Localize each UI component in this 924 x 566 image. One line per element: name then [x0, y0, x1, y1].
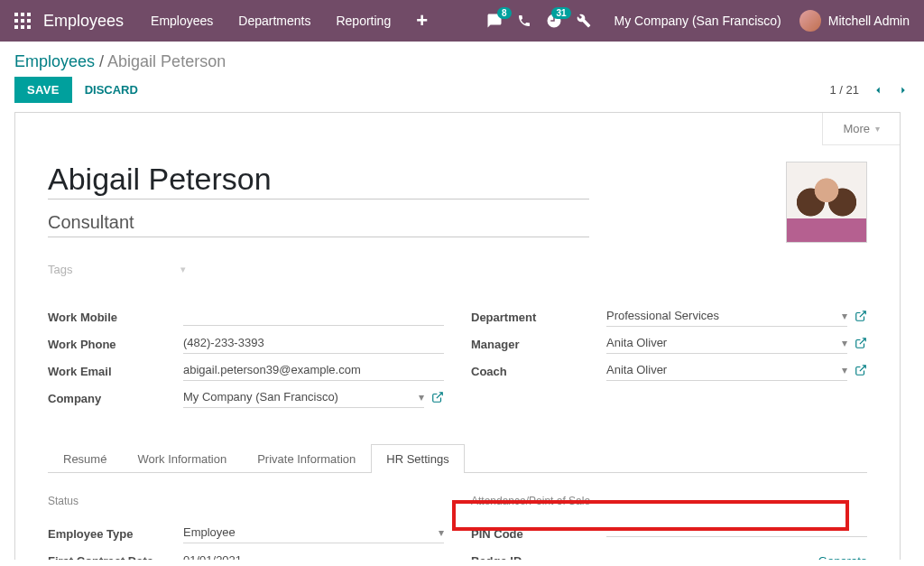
pin-code-input[interactable] — [606, 531, 867, 537]
badge-id-input[interactable] — [606, 558, 808, 561]
discard-button[interactable]: DISCARD — [85, 83, 138, 97]
department-label: Department — [471, 311, 606, 324]
nav-departments[interactable]: Departments — [238, 14, 310, 28]
apps-icon[interactable] — [14, 13, 31, 29]
save-button[interactable]: SAVE — [14, 77, 72, 103]
form-sheet: More ▾ Abigail Peterson Consultant Tags … — [14, 112, 901, 560]
breadcrumb: Employees / Abigail Peterson — [14, 52, 910, 71]
notebook-tabs: Resumé Work Information Private Informat… — [48, 444, 867, 473]
svg-rect-2 — [27, 13, 31, 16]
work-mobile-input[interactable] — [183, 308, 444, 326]
pin-code-row: PIN Code — [471, 520, 867, 547]
tab-private-information[interactable]: Private Information — [242, 444, 371, 473]
messages-icon[interactable]: 8 — [486, 13, 503, 29]
work-email-label: Work Email — [48, 365, 183, 378]
work-email-input[interactable]: abigail.peterson39@example.com — [183, 361, 444, 381]
nav-add-button[interactable]: + — [416, 11, 428, 31]
breadcrumb-current: Abigail Peterson — [107, 52, 226, 70]
employee-photo[interactable] — [786, 162, 867, 243]
top-nav-bar: Employees Employees Departments Reportin… — [0, 0, 924, 42]
first-contract-date-label: First Contract Date — [48, 554, 183, 561]
chevron-down-icon: ▾ — [842, 337, 847, 349]
external-link-icon[interactable] — [855, 310, 867, 325]
chevron-down-icon: ▾ — [419, 391, 424, 404]
pager-text: 1 / 21 — [829, 83, 859, 97]
chevron-down-icon: ▾ — [842, 310, 847, 322]
company-select[interactable]: My Company (San Francisco)▾ — [183, 388, 424, 408]
badge-id-label: Badge ID — [471, 554, 606, 561]
svg-rect-8 — [27, 25, 31, 29]
nav-reporting[interactable]: Reporting — [336, 14, 391, 28]
pin-code-label: PIN Code — [471, 527, 606, 541]
svg-rect-7 — [21, 25, 24, 29]
systray: 8 31 — [486, 13, 591, 29]
department-select[interactable]: Professional Services▾ — [606, 307, 847, 327]
employee-type-label: Employee Type — [48, 527, 183, 541]
job-title-input[interactable]: Consultant — [48, 212, 589, 237]
tags-field[interactable]: Tags ▾ — [48, 263, 759, 276]
work-phone-input[interactable]: (482)-233-3393 — [183, 334, 444, 354]
user-menu[interactable]: Mitchell Admin — [799, 10, 910, 32]
app-title[interactable]: Employees — [43, 12, 124, 31]
svg-rect-6 — [14, 25, 18, 29]
svg-rect-0 — [14, 13, 18, 16]
manager-label: Manager — [471, 338, 606, 351]
breadcrumb-root[interactable]: Employees — [14, 52, 95, 70]
avatar — [799, 10, 821, 32]
attendance-section-header: Attendance/Point of Sale — [471, 495, 867, 507]
employee-type-select[interactable]: Employee▾ — [183, 524, 444, 543]
svg-rect-4 — [21, 19, 24, 23]
chevron-down-icon: ▾ — [875, 124, 880, 134]
status-section-header: Status — [48, 495, 444, 507]
svg-rect-1 — [21, 13, 24, 16]
svg-rect-3 — [14, 19, 18, 23]
more-button[interactable]: More ▾ — [822, 113, 900, 145]
chevron-down-icon: ▾ — [439, 526, 444, 539]
external-link-icon[interactable] — [431, 391, 444, 406]
form-scroll[interactable]: More ▾ Abigail Peterson Consultant Tags … — [0, 112, 924, 560]
first-contract-date-value: 01/01/2021 — [183, 552, 444, 561]
generate-button[interactable]: Generate — [818, 554, 867, 561]
tab-resume[interactable]: Resumé — [48, 444, 122, 473]
company-label: Company — [48, 392, 183, 405]
hr-settings-page: Status Employee Type Employee▾ First Con… — [48, 473, 867, 560]
external-link-icon[interactable] — [855, 337, 867, 352]
nav-employees[interactable]: Employees — [151, 14, 213, 28]
coach-select[interactable]: Anita Oliver▾ — [606, 361, 847, 381]
control-panel: Employees / Abigail Peterson SAVE DISCAR… — [0, 42, 924, 112]
chevron-down-icon: ▾ — [842, 364, 847, 376]
svg-rect-5 — [27, 19, 31, 23]
pager: 1 / 21 — [829, 83, 910, 97]
tools-icon[interactable] — [577, 14, 591, 28]
clock-icon[interactable]: 31 — [546, 13, 562, 29]
tab-hr-settings[interactable]: HR Settings — [371, 444, 464, 473]
pager-prev-icon[interactable] — [872, 84, 884, 97]
coach-label: Coach — [471, 365, 606, 378]
user-name: Mitchell Admin — [828, 14, 910, 28]
manager-select[interactable]: Anita Oliver▾ — [606, 334, 847, 354]
pager-next-icon[interactable] — [897, 84, 910, 97]
company-selector[interactable]: My Company (San Francisco) — [614, 14, 781, 28]
phone-icon[interactable] — [517, 14, 531, 28]
work-phone-label: Work Phone — [48, 338, 183, 351]
work-mobile-label: Work Mobile — [48, 311, 183, 324]
messages-badge: 8 — [497, 7, 512, 19]
tab-work-information[interactable]: Work Information — [122, 444, 242, 473]
external-link-icon[interactable] — [855, 364, 867, 379]
chevron-down-icon: ▾ — [180, 264, 186, 275]
employee-name-input[interactable]: Abigail Peterson — [48, 162, 589, 199]
clock-badge: 31 — [551, 7, 570, 19]
